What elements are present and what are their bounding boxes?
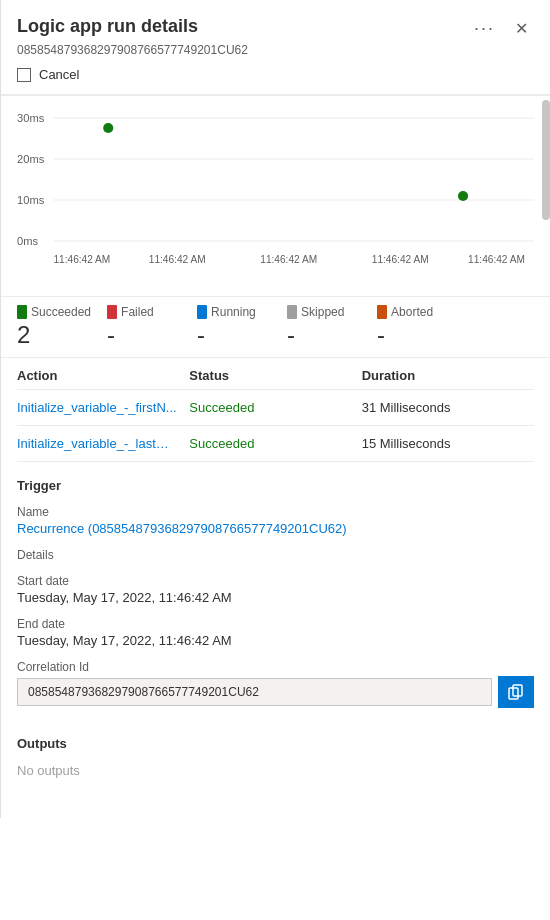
succeeded-label: Succeeded xyxy=(31,305,91,319)
aborted-indicator xyxy=(377,305,387,319)
start-date-label: Start date xyxy=(17,574,534,588)
duration-column-header: Duration xyxy=(362,368,534,383)
copy-correlation-id-button[interactable] xyxy=(498,676,534,708)
table-row[interactable]: Initialize_variable_-_lastNa... Succeede… xyxy=(17,426,534,462)
svg-text:10ms: 10ms xyxy=(17,194,45,206)
succeeded-indicator xyxy=(17,305,27,319)
svg-point-9 xyxy=(458,191,468,201)
aborted-count: - xyxy=(377,321,451,349)
action-name-1[interactable]: Initialize_variable_-_firstN... xyxy=(17,400,177,415)
panel-header: Logic app run details ··· ✕ 085854879368… xyxy=(1,0,550,95)
table-header: Action Status Duration xyxy=(17,358,534,390)
correlation-id-field: Correlation Id xyxy=(17,660,534,708)
running-count: - xyxy=(197,321,271,349)
failed-label: Failed xyxy=(121,305,154,319)
skipped-label: Skipped xyxy=(301,305,344,319)
action-status-2: Succeeded xyxy=(189,436,361,451)
running-label: Running xyxy=(211,305,256,319)
svg-text:20ms: 20ms xyxy=(17,153,45,165)
close-button[interactable]: ✕ xyxy=(509,17,534,41)
start-date-value: Tuesday, May 17, 2022, 11:46:42 AM xyxy=(17,590,534,605)
chart-area: 30ms 20ms 10ms 0ms 11:46:42 AM 11:46:42 … xyxy=(1,96,550,296)
succeeded-count: 2 xyxy=(17,321,91,349)
panel-title: Logic app run details xyxy=(17,16,468,37)
trigger-details-label: Details xyxy=(17,548,534,562)
action-column-header: Action xyxy=(17,368,189,383)
status-succeeded: Succeeded 2 xyxy=(17,305,107,349)
end-date-value: Tuesday, May 17, 2022, 11:46:42 AM xyxy=(17,633,534,648)
status-running: Running - xyxy=(197,305,287,349)
failed-indicator xyxy=(107,305,117,319)
svg-point-8 xyxy=(103,123,113,133)
run-chart: 30ms 20ms 10ms 0ms 11:46:42 AM 11:46:42 … xyxy=(17,108,534,278)
action-name-2[interactable]: Initialize_variable_-_lastNa... xyxy=(17,436,177,451)
copy-icon xyxy=(508,684,524,700)
action-duration-2: 15 Milliseconds xyxy=(362,436,534,451)
trigger-name-label: Name xyxy=(17,505,534,519)
failed-count: - xyxy=(107,321,181,349)
svg-text:11:46:42 AM: 11:46:42 AM xyxy=(149,254,206,265)
skipped-count: - xyxy=(287,321,361,349)
trigger-name-field: Name Recurrence (08585487936829790876657… xyxy=(17,505,534,536)
header-actions: ··· ✕ xyxy=(468,16,534,41)
actions-table: Action Status Duration Initialize_variab… xyxy=(1,357,550,462)
table-row[interactable]: Initialize_variable_-_firstN... Succeede… xyxy=(17,390,534,426)
outputs-section-title: Outputs xyxy=(17,736,534,751)
trigger-details-field: Details xyxy=(17,548,534,562)
ellipsis-button[interactable]: ··· xyxy=(468,16,501,41)
trigger-section: Trigger Name Recurrence (085854879368297… xyxy=(1,462,550,708)
correlation-id-input[interactable] xyxy=(17,678,492,706)
start-date-field: Start date Tuesday, May 17, 2022, 11:46:… xyxy=(17,574,534,605)
end-date-label: End date xyxy=(17,617,534,631)
cancel-label: Cancel xyxy=(39,67,79,82)
status-failed: Failed - xyxy=(107,305,197,349)
no-outputs-label: No outputs xyxy=(17,763,534,778)
svg-text:11:46:42 AM: 11:46:42 AM xyxy=(372,254,429,265)
svg-text:0ms: 0ms xyxy=(17,235,39,247)
status-aborted: Aborted - xyxy=(377,305,467,349)
svg-text:11:46:42 AM: 11:46:42 AM xyxy=(53,254,110,265)
aborted-label: Aborted xyxy=(391,305,433,319)
trigger-name-link[interactable]: Recurrence (0858548793682979087665777492… xyxy=(17,521,347,536)
running-indicator xyxy=(197,305,207,319)
svg-text:30ms: 30ms xyxy=(17,112,45,124)
svg-text:11:46:42 AM: 11:46:42 AM xyxy=(260,254,317,265)
outputs-section: Outputs No outputs xyxy=(1,720,550,778)
status-bar: Succeeded 2 Failed - Running - Skipped - xyxy=(1,296,550,357)
correlation-id-label: Correlation Id xyxy=(17,660,534,674)
correlation-id-row xyxy=(17,676,534,708)
cancel-checkbox[interactable] xyxy=(17,68,31,82)
skipped-indicator xyxy=(287,305,297,319)
trigger-section-title: Trigger xyxy=(17,478,534,493)
end-date-field: End date Tuesday, May 17, 2022, 11:46:42… xyxy=(17,617,534,648)
action-duration-1: 31 Milliseconds xyxy=(362,400,534,415)
status-column-header: Status xyxy=(189,368,361,383)
action-status-1: Succeeded xyxy=(189,400,361,415)
cancel-row: Cancel xyxy=(17,57,534,94)
svg-text:11:46:42 AM: 11:46:42 AM xyxy=(468,254,525,265)
run-id: 085854879368297908766577749201CU62 xyxy=(17,43,534,57)
status-skipped: Skipped - xyxy=(287,305,377,349)
